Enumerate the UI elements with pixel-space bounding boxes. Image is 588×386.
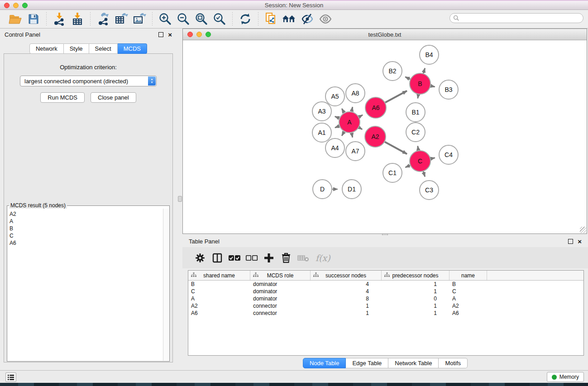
graph-node-A1[interactable]: A1 [312, 123, 331, 142]
table-cell[interactable]: 1 [311, 303, 382, 309]
graph-node-C1[interactable]: C1 [383, 163, 402, 182]
graph-edge-A2-C[interactable] [385, 142, 407, 154]
graph-node-C4[interactable]: C4 [439, 145, 458, 164]
vertical-splitter-handle[interactable] [178, 196, 182, 202]
graph-node-C[interactable]: C [410, 151, 430, 172]
table-cell[interactable]: 1 [382, 281, 449, 287]
table-cell[interactable]: B [188, 281, 250, 287]
tab-node-table[interactable]: Node Table [303, 358, 346, 368]
float-table-panel-icon[interactable] [568, 239, 573, 244]
graph-edge-A-A4[interactable] [342, 132, 344, 136]
table-settings-button[interactable] [191, 250, 209, 266]
graph-node-C2[interactable]: C2 [406, 123, 425, 142]
table-cell[interactable]: A2 [449, 303, 487, 309]
graph-node-A6[interactable]: A6 [365, 97, 386, 118]
table-cell[interactable]: 4 [311, 281, 382, 287]
graph-node-A8[interactable]: A8 [346, 84, 365, 103]
zoom-in-button[interactable] [157, 12, 173, 26]
table-cell[interactable]: A6 [188, 310, 250, 316]
graph-node-B3[interactable]: B3 [439, 80, 458, 99]
mcds-result-item[interactable]: A6 [10, 239, 163, 247]
table-cell[interactable]: 0 [382, 295, 449, 302]
close-table-panel-icon[interactable]: × [578, 239, 582, 244]
mcds-result-item[interactable]: A [10, 218, 163, 225]
table-cell[interactable]: B [449, 281, 487, 287]
network-home-button[interactable] [281, 12, 297, 26]
graph-node-A3[interactable]: A3 [312, 102, 331, 121]
zoom-out-button[interactable] [175, 12, 191, 26]
toggle-birds-eye-button[interactable] [317, 12, 334, 26]
clone-network-button[interactable] [263, 12, 279, 26]
column-header-predecessor-nodes[interactable]: predecessor nodes [382, 271, 449, 280]
search-input[interactable] [459, 14, 583, 22]
graph-edge-C-C4[interactable] [430, 158, 435, 159]
table-row[interactable]: A6connector11A6 [188, 310, 583, 317]
window-resize-grip[interactable] [580, 227, 586, 233]
graph-node-A2[interactable]: A2 [365, 126, 386, 147]
apply-layout-button[interactable] [237, 12, 253, 26]
graph-node-A4[interactable]: A4 [325, 138, 344, 157]
graph-node-C3[interactable]: C3 [420, 181, 439, 200]
table-cell[interactable]: dominator [250, 288, 311, 295]
deselect-all-button[interactable] [243, 250, 260, 266]
table-cell[interactable]: 1 [382, 288, 449, 295]
graph-node-D1[interactable]: D1 [342, 180, 361, 199]
mcds-result-scrollbar[interactable] [163, 209, 169, 361]
table-cell[interactable]: A2 [188, 303, 250, 309]
tab-select[interactable]: Select [89, 43, 118, 54]
graph-node-D[interactable]: D [313, 180, 332, 199]
zoom-selected-button[interactable] [211, 12, 228, 26]
table-cell[interactable]: A [188, 295, 250, 302]
toggle-graphics-details-button[interactable] [299, 12, 316, 26]
table-cell[interactable]: 1 [382, 303, 449, 309]
graph-edge-B-B2[interactable] [405, 77, 410, 79]
graph-node-B4[interactable]: B4 [420, 45, 439, 64]
float-panel-icon[interactable] [158, 32, 163, 37]
table-row[interactable]: A2connector11A2 [188, 302, 583, 310]
open-file-button[interactable] [7, 12, 24, 26]
table-cell[interactable]: 4 [311, 288, 382, 295]
column-header-successor-nodes[interactable]: successor nodes [311, 271, 382, 280]
tab-style[interactable]: Style [64, 43, 89, 54]
graph-edge-A-A7[interactable] [352, 133, 353, 138]
task-history-button[interactable] [5, 372, 16, 382]
graph-edge-A-A5[interactable] [342, 109, 344, 113]
network-canvas[interactable]: B4B2BB3A8A5A6A3B1AA1C2A2A4A7C4CC1DD1C3 [183, 40, 587, 234]
memory-button[interactable]: Memory [547, 372, 584, 382]
tab-network-table[interactable]: Network Table [388, 358, 439, 368]
export-image-button[interactable] [131, 12, 148, 26]
save-session-button[interactable] [25, 12, 42, 26]
graph-node-A[interactable]: A [339, 112, 360, 133]
graph-edge-A6-B[interactable] [385, 91, 407, 103]
import-table-button[interactable] [69, 12, 86, 26]
tab-mcds[interactable]: MCDS [118, 43, 147, 54]
table-cell[interactable]: A6 [449, 310, 487, 316]
mcds-result-list[interactable]: A2ABCA6 [8, 209, 163, 361]
run-mcds-button[interactable]: Run MCDS [40, 92, 85, 103]
table-cell[interactable]: connector [250, 303, 311, 309]
table-cell[interactable]: A [449, 295, 487, 302]
graph-edge-B-B1[interactable] [418, 95, 418, 99]
graph-node-B2[interactable]: B2 [383, 62, 402, 81]
table-row[interactable]: Adominator80A [188, 295, 583, 302]
table-cell[interactable]: 1 [382, 310, 449, 316]
import-network-button[interactable] [51, 12, 67, 26]
column-header-shared-name[interactable]: shared name [188, 271, 250, 280]
add-column-button[interactable] [260, 250, 277, 266]
delete-column-button[interactable] [277, 250, 295, 266]
graph-node-B[interactable]: B [410, 73, 430, 94]
table-cell[interactable]: dominator [250, 281, 311, 287]
table-cell[interactable]: 1 [311, 310, 382, 316]
graph-node-B1[interactable]: B1 [406, 103, 425, 122]
select-all-button[interactable] [226, 250, 243, 266]
graph-edge-B-B4[interactable] [423, 68, 425, 74]
graph-edge-A-A3[interactable] [335, 116, 339, 118]
graph-edge-C-C1[interactable] [406, 165, 410, 167]
table-cell[interactable]: dominator [250, 295, 311, 302]
column-header-MCDS-role[interactable]: MCDS role [250, 271, 311, 280]
table-row[interactable]: Cdominator41C [188, 288, 583, 295]
tab-network[interactable]: Network [29, 43, 64, 54]
tab-edge-table[interactable]: Edge Table [346, 358, 388, 368]
close-panel-icon[interactable]: × [168, 32, 172, 37]
graph-edge-A-A2[interactable] [359, 128, 362, 129]
